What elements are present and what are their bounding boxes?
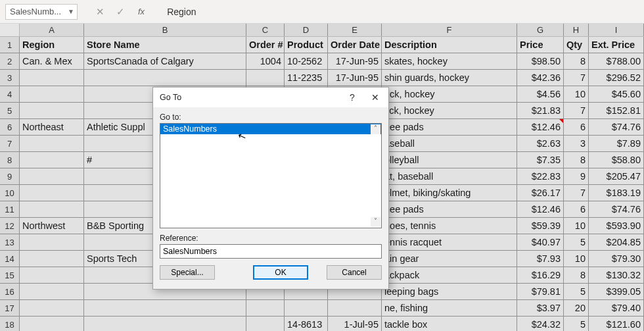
cell[interactable]: uck, hockey — [382, 86, 517, 103]
cell[interactable]: $788.00 — [589, 53, 644, 70]
ok-button[interactable]: OK — [253, 265, 308, 280]
cell[interactable]: shin guards, hockey — [382, 70, 517, 86]
special-button[interactable]: Special... — [160, 265, 215, 280]
col-header-C[interactable]: C — [246, 24, 285, 36]
cell[interactable]: $98.50 — [517, 53, 564, 70]
cell[interactable]: $42.36 — [517, 70, 564, 86]
cell[interactable] — [246, 70, 285, 86]
cell[interactable] — [20, 86, 84, 103]
cell[interactable]: aseball — [382, 136, 517, 152]
cell[interactable] — [246, 300, 285, 317]
cell[interactable]: ackpack — [382, 267, 517, 284]
cell[interactable]: $7.93 — [517, 251, 564, 267]
cell[interactable]: $130.32 — [589, 267, 644, 284]
cell[interactable]: $59.39 — [517, 218, 564, 234]
row-header[interactable]: 4 — [0, 86, 20, 103]
cell[interactable] — [328, 300, 382, 317]
cell[interactable]: $205.47 — [589, 168, 644, 185]
cell[interactable]: Order Date — [328, 37, 382, 53]
cell[interactable]: 8 — [564, 267, 589, 284]
cell[interactable]: 14-8613 — [285, 317, 328, 331]
dialog-titlebar[interactable]: Go To ? ✕ — [153, 88, 388, 107]
row-header[interactable]: 1 — [0, 37, 20, 53]
cell[interactable]: 10 — [564, 251, 589, 267]
cell[interactable]: 5 — [564, 284, 589, 300]
cell[interactable]: $16.29 — [517, 267, 564, 284]
cell[interactable]: nee pads — [382, 119, 517, 136]
cell[interactable]: Region — [20, 37, 84, 53]
row-header[interactable]: 17 — [0, 300, 20, 317]
cell[interactable] — [20, 284, 84, 300]
cell[interactable]: 20 — [564, 300, 589, 317]
scroll-down-icon[interactable]: ˅ — [371, 217, 380, 227]
col-header-B[interactable]: B — [84, 24, 246, 36]
col-header-H[interactable]: H — [564, 24, 589, 36]
goto-listbox[interactable]: SalesNumbers ↖ ˄ ˅ — [160, 123, 382, 228]
cell[interactable]: leeping bags — [382, 284, 517, 300]
cell[interactable]: olleyball — [382, 152, 517, 168]
cell[interactable]: 6 — [564, 201, 589, 218]
cell[interactable]: 6 — [564, 119, 589, 136]
close-icon[interactable]: ✕ — [362, 92, 388, 103]
cell[interactable]: $79.40 — [589, 300, 644, 317]
cell[interactable]: $40.97 — [517, 234, 564, 251]
cell[interactable] — [20, 251, 84, 267]
cell[interactable]: Northwest — [20, 218, 84, 234]
cell[interactable]: elmet, biking/skating — [382, 185, 517, 201]
cell[interactable]: $12.46 — [517, 119, 564, 136]
cell[interactable] — [20, 300, 84, 317]
cell[interactable]: $399.05 — [589, 284, 644, 300]
cell[interactable]: $21.83 — [517, 103, 564, 119]
reference-input[interactable]: SalesNumbers — [160, 244, 382, 259]
cell[interactable]: 8 — [564, 152, 589, 168]
row-header[interactable]: 6 — [0, 119, 20, 136]
cell[interactable]: Description — [382, 37, 517, 53]
cell[interactable]: 11-2235 — [285, 70, 328, 86]
cell[interactable]: 8 — [564, 53, 589, 70]
cell[interactable]: $74.76 — [589, 119, 644, 136]
cell[interactable]: Store Name — [84, 37, 246, 53]
cell[interactable] — [20, 136, 84, 152]
col-header-F[interactable]: F — [382, 24, 517, 36]
cell[interactable]: 9 — [564, 168, 589, 185]
cell[interactable]: skates, hockey — [382, 53, 517, 70]
cell[interactable]: $24.32 — [517, 317, 564, 331]
select-all-corner[interactable] — [0, 24, 20, 36]
cell[interactable]: 17-Jun-95 — [328, 70, 382, 86]
row-header[interactable]: 11 — [0, 201, 20, 218]
col-header-A[interactable]: A — [20, 24, 84, 36]
cell[interactable]: 1-Jul-95 — [328, 317, 382, 331]
cell[interactable]: $4.56 — [517, 86, 564, 103]
cell[interactable]: $7.35 — [517, 152, 564, 168]
fx-icon[interactable]: fx — [138, 7, 145, 16]
row-header[interactable]: 7 — [0, 136, 20, 152]
col-header-G[interactable]: G — [517, 24, 564, 36]
cell[interactable]: at, baseball — [382, 168, 517, 185]
cell[interactable]: $22.83 — [517, 168, 564, 185]
cell[interactable]: 10 — [564, 218, 589, 234]
row-header[interactable]: 2 — [0, 53, 20, 70]
cell[interactable]: 7 — [564, 70, 589, 86]
cell[interactable]: $3.97 — [517, 300, 564, 317]
cell[interactable]: Qty — [564, 37, 589, 53]
cell[interactable]: SportsCanada of Calgary — [84, 53, 246, 70]
cell[interactable] — [84, 317, 246, 331]
cell[interactable] — [285, 300, 328, 317]
cell[interactable]: $152.81 — [589, 103, 644, 119]
cell[interactable]: 7 — [564, 185, 589, 201]
cell[interactable] — [246, 317, 285, 331]
cell[interactable]: ain gear — [382, 251, 517, 267]
cell[interactable]: $79.81 — [517, 284, 564, 300]
cell[interactable]: 7 — [564, 103, 589, 119]
cell[interactable]: $79.30 — [589, 251, 644, 267]
cell[interactable]: tackle box — [382, 317, 517, 331]
cell[interactable]: ennis racquet — [382, 234, 517, 251]
cell[interactable]: $296.52 — [589, 70, 644, 86]
name-box[interactable]: SalesNumb... ▼ — [5, 4, 78, 20]
cell[interactable]: $593.90 — [589, 218, 644, 234]
row-header[interactable]: 14 — [0, 251, 20, 267]
cancel-button[interactable]: Cancel — [327, 265, 382, 280]
cell[interactable]: hoes, tennis — [382, 218, 517, 234]
scroll-up-icon[interactable]: ˄ — [371, 124, 380, 134]
cell[interactable]: ne, fishing — [382, 300, 517, 317]
